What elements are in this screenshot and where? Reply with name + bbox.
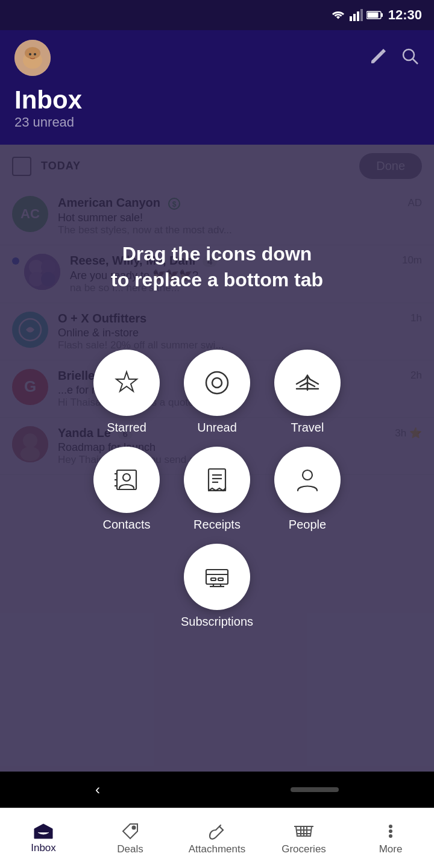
nav-label-inbox: Inbox (31, 842, 56, 854)
icon-contacts[interactable]: Contacts (93, 447, 160, 532)
status-bar: 12:30 (0, 0, 434, 30)
svg-point-46 (133, 826, 136, 829)
icon-label-subscriptions: Subscriptions (181, 615, 253, 629)
svg-line-14 (413, 59, 418, 64)
unread-icon (201, 367, 233, 398)
svg-rect-38 (206, 570, 228, 584)
nav-item-attachments[interactable]: Attachments (174, 822, 260, 855)
icon-people[interactable]: People (274, 447, 341, 532)
svg-rect-3 (360, 9, 363, 21)
nav-item-deals[interactable]: Deals (87, 822, 174, 855)
instruction-line1: Drag the icons down (122, 243, 312, 265)
icon-circle-travel (274, 350, 341, 416)
svg-rect-2 (357, 11, 359, 21)
nav-label-deals: Deals (117, 843, 143, 855)
wifi-icon (330, 9, 346, 21)
svg-point-29 (123, 474, 130, 481)
icon-circle-receipts (184, 447, 250, 513)
svg-rect-5 (381, 13, 383, 17)
svg-rect-0 (350, 16, 352, 21)
header: Inbox 23 unread (0, 30, 434, 145)
icon-label-unread: Unread (197, 421, 237, 435)
icon-circle-starred (93, 350, 160, 416)
subscriptions-icon (201, 561, 233, 593)
inbox-nav-icon (33, 823, 54, 840)
inbox-unread: 23 unread (14, 115, 420, 130)
contacts-icon (111, 464, 142, 495)
icon-label-starred: Starred (107, 421, 146, 435)
svg-point-12 (34, 53, 36, 55)
icon-travel[interactable]: Travel (274, 350, 341, 435)
icon-circle-contacts (93, 447, 160, 513)
status-icons (330, 9, 383, 21)
home-indicator[interactable] (291, 787, 339, 792)
back-button[interactable]: ‹ (95, 781, 100, 798)
compose-icon[interactable] (369, 46, 388, 70)
svg-point-27 (212, 378, 222, 388)
svg-point-10 (25, 47, 40, 59)
icon-receipts[interactable]: Receipts (184, 447, 250, 532)
deals-nav-icon (121, 822, 140, 841)
svg-point-56 (389, 829, 392, 833)
more-nav-icon (381, 822, 400, 841)
star-icon (111, 367, 142, 398)
header-top (14, 40, 420, 76)
icon-row-2: Contacts Receipts (93, 447, 341, 532)
android-nav-bar: ‹ (0, 772, 434, 808)
icon-subscriptions[interactable]: Subscriptions (181, 544, 253, 629)
icon-label-receipts: Receipts (193, 518, 241, 532)
icon-circle-subscriptions (184, 544, 250, 610)
receipts-icon (201, 464, 233, 495)
header-icons (369, 46, 420, 70)
svg-rect-6 (367, 13, 378, 18)
svg-point-57 (389, 834, 392, 838)
nav-item-inbox[interactable]: Inbox (0, 823, 87, 854)
icon-starred[interactable]: Starred (93, 350, 160, 435)
drag-instruction: Drag the icons down to replace a bottom … (0, 241, 434, 293)
icon-circle-people (274, 447, 341, 513)
svg-rect-33 (209, 469, 225, 491)
nav-item-groceries[interactable]: Groceries (260, 822, 347, 855)
icon-circle-unread (184, 350, 250, 416)
svg-point-11 (29, 53, 31, 55)
signal-icon (350, 9, 363, 21)
attachments-nav-icon (207, 822, 227, 841)
svg-point-37 (303, 470, 312, 480)
bottom-nav: Inbox Deals Attachments Groceries (0, 808, 434, 868)
icon-unread[interactable]: Unread (184, 350, 250, 435)
svg-point-55 (389, 825, 392, 828)
nav-item-more[interactable]: More (347, 822, 434, 855)
groceries-nav-icon (294, 822, 314, 841)
nav-label-more: More (379, 843, 403, 855)
icon-label-travel: Travel (291, 421, 324, 435)
icon-row-3: Subscriptions (181, 544, 253, 629)
email-list: TODAY Done AC American Canyon $ AD Hot s… (0, 145, 434, 784)
icon-label-people: People (289, 518, 326, 532)
instruction-line2: to replace a bottom tab (111, 269, 323, 291)
people-icon (292, 464, 323, 495)
nav-label-groceries: Groceries (281, 843, 326, 855)
icon-label-contacts: Contacts (103, 518, 151, 532)
svg-rect-40 (211, 578, 216, 580)
svg-rect-1 (353, 14, 356, 21)
svg-point-26 (206, 372, 228, 394)
battery-icon (366, 10, 383, 20)
status-time: 12:30 (388, 7, 422, 23)
avatar[interactable] (14, 40, 51, 76)
inbox-title: Inbox (14, 86, 420, 115)
svg-point-13 (403, 49, 414, 60)
nav-label-attachments: Attachments (189, 843, 246, 855)
icon-grid: Starred Unread (0, 350, 434, 629)
svg-rect-41 (218, 578, 223, 580)
travel-icon (292, 367, 323, 398)
icon-row-1: Starred Unread (93, 350, 341, 435)
search-icon[interactable] (400, 46, 420, 70)
